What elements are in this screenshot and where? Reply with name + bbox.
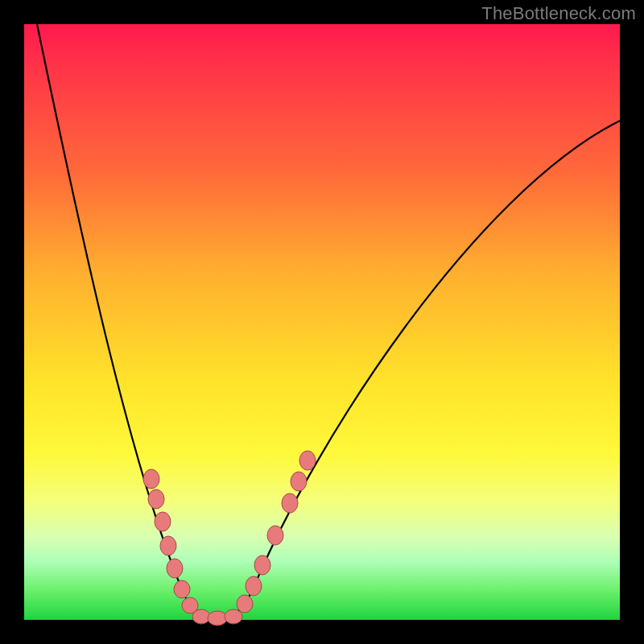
bead-right [282,493,298,513]
gradient-plot-area [24,24,620,620]
bead-left [155,512,171,531]
v-curve-path [37,24,620,620]
watermark-text: TheBottleneck.com [481,3,636,24]
bead-right [246,576,262,596]
bead-bottom [192,609,210,624]
bead-right [267,526,283,545]
bead-right [299,451,316,470]
bead-right [237,595,253,613]
outer-frame: TheBottleneck.com [0,0,644,644]
bead-left [148,489,164,509]
curve-svg [24,24,620,620]
bead-right [291,472,307,491]
bead-left [174,580,190,598]
bead-left [143,469,159,489]
bead-left [160,536,176,555]
bead-left [167,559,183,578]
bead-bottom [225,609,242,624]
bead-right [254,555,270,575]
bead-bottom [208,611,227,625]
